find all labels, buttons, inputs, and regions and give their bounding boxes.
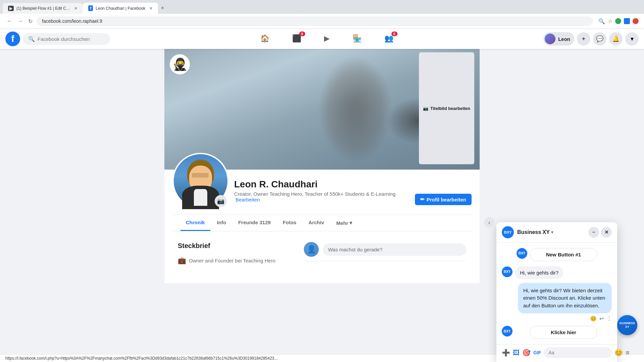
tab1-favicon: ▶ xyxy=(8,6,14,11)
chat-avatar-letters: BXY xyxy=(504,230,512,234)
chat-add-icon[interactable]: ➕ xyxy=(502,349,510,357)
work-text: Owner and Founder bei Teaching Hero xyxy=(189,258,275,263)
marketplace-icon: 🏪 xyxy=(353,34,362,43)
chat-title-chevron[interactable]: ▾ xyxy=(551,230,553,235)
chat-close-button[interactable]: ✕ xyxy=(601,227,612,238)
user-name: Leon xyxy=(558,36,570,42)
profile-page: 📷 Titelbild bearbeiten 🥷 xyxy=(164,49,480,283)
chat-emoji-icon[interactable]: 😊 xyxy=(614,349,623,357)
profile-nav: Chronik Info Freunde 3129 Fotos Archiv M… xyxy=(172,215,472,231)
reply-button[interactable]: ↩ xyxy=(599,315,604,322)
new-tab-button[interactable]: + xyxy=(158,3,167,13)
edit-profile-label: Profil bearbeiten xyxy=(427,197,466,202)
user-avatar xyxy=(545,34,555,44)
post-box: 👤 Was machst du gerade? xyxy=(299,237,472,266)
tab-inactive[interactable]: ▶ (1) Beispiel Flow #1 | Edit Con... ✕ xyxy=(3,3,83,14)
menu-button[interactable]: ▾ xyxy=(625,32,639,46)
nav-chronik[interactable]: Chronik xyxy=(180,215,210,231)
extension-icon-3 xyxy=(633,18,639,24)
nav-freunde[interactable]: Freunde 3129 xyxy=(233,215,276,231)
nav-home[interactable]: 🏠 xyxy=(250,29,280,49)
nav-groups[interactable]: ⬛ 9 xyxy=(281,29,312,49)
back-button[interactable]: ← xyxy=(5,17,13,25)
messenger-button[interactable]: 💬 xyxy=(593,32,606,46)
header-right: Leon + 💬 🔔 ▾ xyxy=(543,32,639,46)
nav-marketplace[interactable]: 🏪 xyxy=(342,29,372,49)
collapse-indicator[interactable]: ‹ xyxy=(484,217,495,228)
close-icon: ✕ xyxy=(604,229,609,235)
tab1-title: (1) Beispiel Flow #1 | Edit Con... xyxy=(16,6,70,11)
steckbrief-title: Steckbrief xyxy=(178,242,288,250)
chat-gif-icon[interactable]: GIF xyxy=(533,350,541,355)
business-xy-label: BUSINESS XY xyxy=(617,321,637,329)
video-icon: ▶ xyxy=(324,34,330,43)
chat-image-icon[interactable]: 🖼 xyxy=(513,349,520,357)
search-input[interactable] xyxy=(38,36,105,42)
tab2-title: Leon Chaudhari | Facebook xyxy=(96,6,145,11)
chat-sticker-icon[interactable]: 🎯 xyxy=(522,349,531,357)
edit-cover-button[interactable]: 📷 Titelbild bearbeiten xyxy=(419,52,474,164)
chat-menu-icon[interactable]: ≡ xyxy=(626,349,630,357)
avatar-glasses xyxy=(192,173,209,178)
post-avatar-img: 👤 xyxy=(304,242,319,257)
mehr-chevron-icon: ▾ xyxy=(350,220,352,226)
nav-mehr[interactable]: Mehr ▾ xyxy=(331,215,358,231)
edit-bio-link[interactable]: Bearbeiten xyxy=(235,197,260,202)
nav-video[interactable]: ▶ xyxy=(313,29,340,49)
search-icon[interactable]: 🔍 xyxy=(598,18,605,24)
emoji-react-button[interactable]: 😊 xyxy=(590,315,597,322)
chat-input[interactable] xyxy=(544,347,612,358)
post-input-field[interactable]: Was machst du gerade? xyxy=(323,243,466,256)
chat-message-0: BXY New Button #1 xyxy=(502,248,612,261)
chat-minimize-button[interactable]: − xyxy=(588,227,599,238)
add-button[interactable]: + xyxy=(577,32,590,46)
menu-chevron-icon: ▾ xyxy=(631,35,634,43)
refresh-button[interactable]: ↻ xyxy=(27,17,34,26)
nav-friends[interactable]: 👥 6 xyxy=(374,29,404,49)
chat-button-1[interactable]: New Button #1 xyxy=(530,248,597,261)
facebook-logo[interactable]: f xyxy=(5,32,20,46)
chat-avatar-text-3: BXY xyxy=(504,329,511,333)
home-icon: 🏠 xyxy=(260,34,269,43)
chat-footer: ➕ 🖼 🎯 GIF 😊 ≡ xyxy=(496,344,617,362)
url-text: facebook.com/leon.raphael.9 xyxy=(42,18,102,24)
search-bar[interactable]: 🔍 xyxy=(23,33,110,45)
messenger-icon: 💬 xyxy=(596,35,603,43)
right-column: 👤 Was machst du gerade? xyxy=(299,237,472,278)
nav-archiv[interactable]: Archiv xyxy=(303,215,330,231)
bookmark-icon[interactable]: ☆ xyxy=(608,18,612,24)
chat-title-text: Business XY xyxy=(517,229,550,235)
tab2-close[interactable]: ✕ xyxy=(149,6,153,11)
chat-widget: BXY Business XY ▾ − ✕ BXY New Button #1 xyxy=(496,222,617,362)
profile-button[interactable]: Leon xyxy=(543,32,574,46)
camera-icon: 📷 xyxy=(423,106,428,111)
groups-badge: 9 xyxy=(299,32,305,36)
nav-info[interactable]: Info xyxy=(212,215,232,231)
profile-corner-logo: 🥷 xyxy=(170,54,190,74)
chat-button-2-label: Klicke hier xyxy=(551,329,576,335)
forward-button[interactable]: → xyxy=(16,17,24,25)
pencil-icon: ✏ xyxy=(420,196,425,202)
business-xy-float-button[interactable]: BUSINESS XY xyxy=(617,315,637,335)
chat-button-2[interactable]: Klicke hier xyxy=(530,326,597,339)
url-bar[interactable]: facebook.com/leon.raphael.9 xyxy=(37,16,593,26)
chat-message-3: BXY Klicke hier xyxy=(502,326,612,339)
cover-photo: 📷 Titelbild bearbeiten 🥷 xyxy=(164,49,480,170)
avatar-camera-button[interactable]: 📷 xyxy=(215,195,227,207)
chat-button-1-label: New Button #1 xyxy=(546,252,581,257)
logo-letter: f xyxy=(11,34,14,44)
tab1-close[interactable]: ✕ xyxy=(74,6,77,11)
profile-bio: Creator, Owner Teaching Hero, Teacher of… xyxy=(234,191,410,202)
profile-actions: ✏ Profil bearbeiten xyxy=(415,194,472,209)
post-avatar: 👤 xyxy=(304,242,319,257)
extension-icon-2 xyxy=(624,18,630,24)
tab2-favicon: f xyxy=(88,5,93,11)
facebook-nav: 🏠 ⬛ 9 ▶ 🏪 👥 6 xyxy=(113,29,541,49)
edit-profile-button[interactable]: ✏ Profil bearbeiten xyxy=(415,194,472,205)
address-bar: ← → ↻ facebook.com/leon.raphael.9 🔍 ☆ xyxy=(0,14,644,28)
more-options-button[interactable]: ⋮ xyxy=(606,315,612,322)
tab-active[interactable]: f Leon Chaudhari | Facebook ✕ xyxy=(83,3,158,14)
nav-fotos[interactable]: Fotos xyxy=(277,215,302,231)
chat-response-container: Hi, wie gehts dir? Wir bieten derzeit ei… xyxy=(518,283,612,322)
notifications-button[interactable]: 🔔 xyxy=(609,32,623,46)
